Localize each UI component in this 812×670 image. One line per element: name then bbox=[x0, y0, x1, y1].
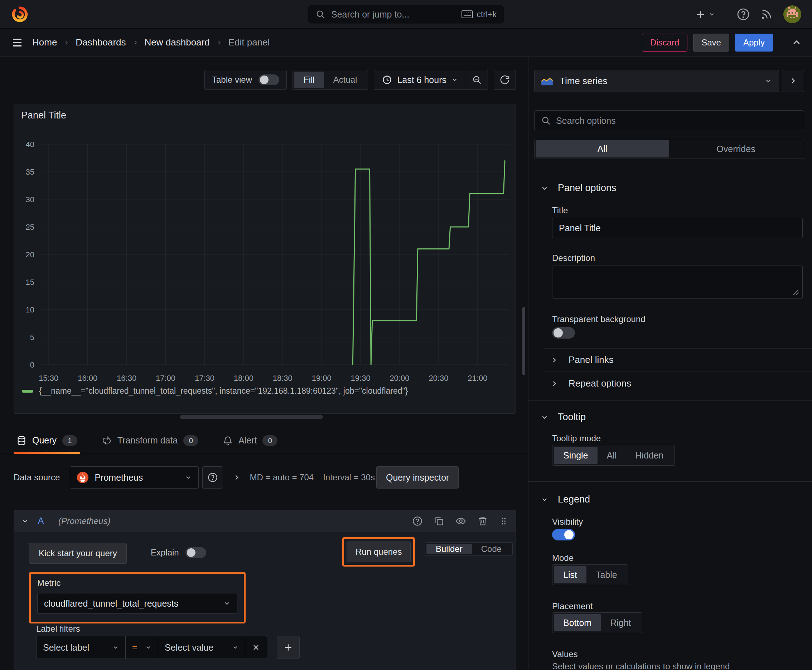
placement-bottom-option[interactable]: Bottom bbox=[554, 614, 601, 631]
tab-transform-count: 0 bbox=[183, 435, 198, 446]
metric-select[interactable]: cloudflared_tunnel_total_requests bbox=[37, 593, 237, 614]
code-option[interactable]: Code bbox=[472, 544, 511, 554]
chevron-right-icon bbox=[233, 474, 240, 481]
svg-text:35: 35 bbox=[26, 168, 34, 176]
legend-visibility-toggle[interactable] bbox=[552, 529, 575, 540]
actual-option[interactable]: Actual bbox=[324, 71, 367, 88]
fill-option[interactable]: Fill bbox=[294, 71, 324, 88]
select-label-dropdown[interactable]: Select label bbox=[36, 636, 125, 659]
apply-button[interactable]: Apply bbox=[735, 34, 773, 52]
chart-legend[interactable]: {__name__="cloudflared_tunnel_total_requ… bbox=[22, 386, 408, 396]
transform-icon bbox=[102, 436, 112, 446]
chevron-down-icon bbox=[21, 517, 29, 525]
panel-title: Panel Title bbox=[21, 110, 66, 121]
news-rss-icon[interactable] bbox=[760, 8, 773, 20]
operator-dropdown[interactable]: = bbox=[125, 636, 158, 659]
options-search-input[interactable]: Search options bbox=[534, 110, 804, 131]
select-value-dropdown[interactable]: Select value bbox=[158, 636, 245, 659]
transparent-background-toggle[interactable] bbox=[552, 327, 575, 338]
explain-control: Explain bbox=[151, 547, 206, 558]
explain-toggle[interactable] bbox=[185, 547, 206, 558]
builder-code-group: Builder Code bbox=[425, 542, 513, 556]
explain-label: Explain bbox=[151, 548, 179, 558]
timeseries-chart[interactable]: 051015202530354015:3016:0016:3017:0017:3… bbox=[14, 135, 515, 385]
panel-title-input[interactable] bbox=[552, 218, 803, 238]
visualization-picker[interactable]: Time series bbox=[534, 70, 779, 92]
breadcrumb-edit-panel: Edit panel bbox=[229, 37, 270, 48]
vertical-scrollbar[interactable] bbox=[522, 307, 525, 375]
global-search-input[interactable]: Search or jump to... ctrl+k bbox=[308, 5, 504, 24]
plus-icon bbox=[283, 643, 293, 652]
discard-button[interactable]: Discard bbox=[642, 34, 687, 52]
interval-value: Interval = 30s bbox=[323, 472, 375, 482]
chevron-down-icon bbox=[232, 644, 239, 651]
svg-text:40: 40 bbox=[26, 140, 34, 149]
save-button[interactable]: Save bbox=[693, 34, 729, 52]
grafana-logo-icon[interactable] bbox=[11, 5, 29, 23]
pane-resize-handle[interactable] bbox=[180, 415, 323, 419]
query-options-summary[interactable]: MD = auto = 704 Interval = 30s bbox=[233, 472, 375, 482]
tooltip-hidden-option[interactable]: Hidden bbox=[626, 447, 673, 464]
tab-overrides[interactable]: Overrides bbox=[669, 140, 803, 157]
svg-text:17:30: 17:30 bbox=[195, 374, 214, 382]
time-range-label: Last 6 hours bbox=[397, 75, 446, 85]
time-range-picker[interactable]: Last 6 hours bbox=[374, 75, 466, 85]
run-queries-button[interactable]: Run queries bbox=[347, 541, 411, 562]
timeseries-viz-icon bbox=[541, 76, 553, 86]
panel-options-header[interactable]: Panel options bbox=[541, 183, 617, 194]
collapse-options-pane-button[interactable] bbox=[784, 35, 801, 51]
remove-filter-button[interactable] bbox=[245, 636, 267, 659]
repeat-options-section[interactable]: Repeat options bbox=[551, 378, 631, 389]
run-queries-highlight: Run queries bbox=[342, 537, 415, 567]
delete-query-trash-icon[interactable] bbox=[478, 516, 488, 526]
operator-value: = bbox=[132, 643, 137, 653]
duplicate-query-icon[interactable] bbox=[434, 516, 444, 526]
legend-table-option[interactable]: Table bbox=[587, 566, 627, 584]
placement-right-option[interactable]: Right bbox=[601, 614, 640, 631]
tab-alert[interactable]: Alert 0 bbox=[220, 427, 280, 454]
user-avatar[interactable] bbox=[783, 5, 801, 23]
builder-option[interactable]: Builder bbox=[426, 544, 472, 554]
chevron-down-icon bbox=[185, 474, 192, 481]
tab-all[interactable]: All bbox=[536, 140, 669, 157]
table-view-toggle[interactable] bbox=[258, 74, 279, 85]
datasource-help-button[interactable] bbox=[202, 466, 223, 489]
kick-start-query-button[interactable]: Kick start your query bbox=[29, 543, 127, 564]
search-placeholder: Search or jump to... bbox=[331, 9, 456, 20]
search-shortcut: ctrl+k bbox=[476, 10, 497, 19]
add-new-button[interactable] bbox=[695, 9, 715, 20]
legend-list-option[interactable]: List bbox=[554, 566, 587, 584]
viz-suggestions-button[interactable] bbox=[782, 70, 804, 92]
tooltip-header[interactable]: Tooltip bbox=[541, 411, 586, 423]
hide-query-eye-icon[interactable] bbox=[455, 516, 466, 526]
menu-hamburger-icon[interactable] bbox=[11, 36, 24, 49]
tooltip-mode-label: Tooltip mode bbox=[552, 433, 601, 443]
chevron-down-icon bbox=[541, 413, 549, 421]
breadcrumb-new-dashboard[interactable]: New dashboard bbox=[145, 37, 210, 48]
legend-header[interactable]: Legend bbox=[541, 494, 590, 505]
breadcrumb-home[interactable]: Home bbox=[32, 37, 57, 48]
repeat-options-label: Repeat options bbox=[568, 378, 631, 389]
help-icon[interactable] bbox=[737, 8, 750, 21]
help-circle-icon[interactable] bbox=[412, 516, 422, 526]
svg-text:15: 15 bbox=[26, 278, 34, 287]
tab-query[interactable]: Query 1 bbox=[14, 427, 80, 454]
query-inspector-button[interactable]: Query inspector bbox=[376, 466, 459, 489]
datasource-picker[interactable]: Prometheus bbox=[70, 466, 199, 489]
breadcrumb-dashboards[interactable]: Dashboards bbox=[76, 37, 125, 48]
description-input[interactable] bbox=[552, 266, 803, 298]
tooltip-all-option[interactable]: All bbox=[598, 447, 626, 464]
refresh-button[interactable] bbox=[494, 70, 516, 90]
query-row-header[interactable]: A (Prometheus) bbox=[14, 510, 515, 532]
values-helper-text: Select values or calculations to show in… bbox=[552, 662, 730, 670]
panel-links-section[interactable]: Panel links bbox=[551, 354, 614, 365]
tooltip-single-option[interactable]: Single bbox=[554, 447, 598, 464]
drag-handle-icon[interactable] bbox=[499, 516, 509, 526]
chevron-down-icon bbox=[765, 77, 772, 85]
add-filter-button[interactable] bbox=[277, 636, 300, 659]
transparent-background-label: Transparent background bbox=[552, 314, 646, 324]
svg-text:20: 20 bbox=[26, 250, 34, 259]
select-label-placeholder: Select label bbox=[43, 643, 89, 653]
tab-transform-data[interactable]: Transform data 0 bbox=[99, 427, 201, 454]
zoom-out-button[interactable] bbox=[466, 75, 488, 85]
